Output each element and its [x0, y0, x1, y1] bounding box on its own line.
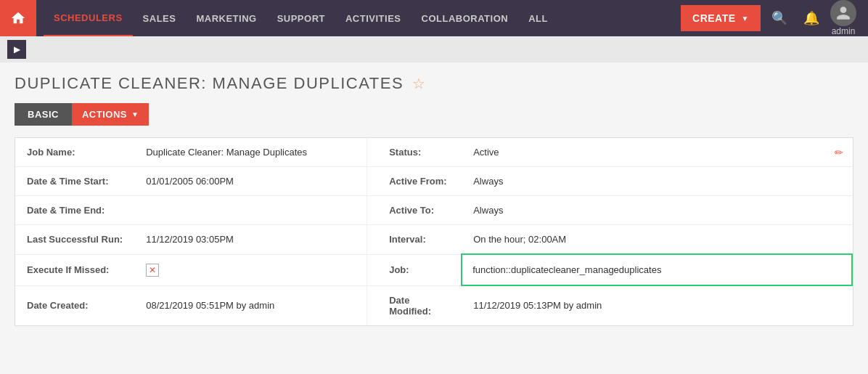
page-title: DUPLICATE CLEANER: MANAGE DUPLICATES ☆: [15, 74, 853, 93]
admin-area[interactable]: admin: [830, 0, 861, 36]
date-created-label: Date Created:: [15, 285, 134, 325]
interval-value: On the hour; 02:00AM: [462, 225, 852, 255]
subbar: ▶: [0, 36, 868, 62]
nav-support[interactable]: SUPPORT: [267, 0, 335, 36]
create-dropdown-arrow: ▼: [742, 15, 749, 23]
nav-marketing[interactable]: MARKETING: [186, 0, 266, 36]
table-row: Date & Time End: Active To: Always: [15, 196, 852, 225]
active-from-value: Always: [462, 167, 852, 196]
date-start-value: 01/01/2005 06:00PM: [134, 167, 367, 196]
table-row: Job Name: Duplicate Cleaner: Manage Dupl…: [15, 138, 852, 167]
avatar: [830, 0, 856, 26]
nav-schedulers[interactable]: SCHEDULERS: [44, 0, 133, 36]
execute-label: Execute If Missed:: [15, 254, 134, 285]
basic-tab-button[interactable]: BASIC: [15, 103, 72, 126]
active-to-label: Active To:: [367, 196, 462, 225]
date-start-label: Date & Time Start:: [15, 167, 134, 196]
table-row: Last Successful Run: 11/12/2019 03:05PM …: [15, 225, 852, 255]
favorite-star-icon[interactable]: ☆: [412, 75, 427, 92]
nav-right: CREATE ▼ 🔍 🔔 admin: [681, 0, 868, 36]
status-edit-icon[interactable]: ✏: [835, 147, 843, 158]
create-label: CREATE: [692, 12, 736, 24]
table-row: Date & Time Start: 01/01/2005 06:00PM Ac…: [15, 167, 852, 196]
job-value: function::duplicatecleaner_manageduplica…: [462, 254, 852, 285]
search-icon: 🔍: [771, 10, 787, 26]
status-label: Status:: [367, 138, 462, 167]
date-created-value: 08/21/2019 05:51PM by admin: [134, 285, 367, 325]
bell-icon: 🔔: [803, 10, 819, 26]
execute-checkbox: ✕: [146, 264, 159, 277]
page-content: DUPLICATE CLEANER: MANAGE DUPLICATES ☆ B…: [0, 62, 868, 338]
last-run-value: 11/12/2019 03:05PM: [134, 225, 367, 255]
job-name-label: Job Name:: [15, 138, 134, 167]
actions-dropdown-arrow: ▼: [131, 110, 139, 118]
execute-value: ✕: [134, 254, 367, 285]
date-modified-value: 11/12/2019 05:13PM by admin: [462, 285, 852, 325]
nav-sales[interactable]: SALES: [133, 0, 187, 36]
top-navigation: SCHEDULERS SALES MARKETING SUPPORT ACTIV…: [0, 0, 868, 36]
table-row: Date Created: 08/21/2019 05:51PM by admi…: [15, 285, 852, 325]
active-from-label: Active From:: [367, 167, 462, 196]
detail-table: Job Name: Duplicate Cleaner: Manage Dupl…: [15, 138, 853, 325]
job-label: Job:: [367, 254, 462, 285]
action-bar: BASIC ACTIONS ▼: [15, 103, 853, 126]
nav-items: SCHEDULERS SALES MARKETING SUPPORT ACTIV…: [36, 0, 681, 36]
page-title-text: DUPLICATE CLEANER: MANAGE DUPLICATES: [15, 74, 404, 93]
date-end-value: [134, 196, 367, 225]
nav-activities[interactable]: ACTIVITIES: [335, 0, 412, 36]
actions-label: ACTIONS: [82, 109, 127, 120]
play-icon: ▶: [14, 44, 20, 54]
interval-label: Interval:: [367, 225, 462, 255]
create-button[interactable]: CREATE ▼: [681, 5, 761, 31]
home-button[interactable]: [0, 0, 36, 36]
nav-all[interactable]: ALL: [518, 0, 558, 36]
last-run-label: Last Successful Run:: [15, 225, 134, 255]
status-value: Active ✏: [462, 138, 852, 167]
play-button[interactable]: ▶: [7, 40, 26, 59]
search-button[interactable]: 🔍: [766, 5, 793, 31]
job-name-value: Duplicate Cleaner: Manage Duplicates: [134, 138, 367, 167]
actions-dropdown-button[interactable]: ACTIONS ▼: [72, 103, 149, 126]
nav-collaboration[interactable]: COLLABORATION: [412, 0, 519, 36]
date-modified-label: Date Modified:: [367, 285, 462, 325]
detail-card: Job Name: Duplicate Cleaner: Manage Dupl…: [15, 137, 853, 326]
notifications-button[interactable]: 🔔: [798, 5, 824, 31]
active-to-value: Always: [462, 196, 852, 225]
admin-label: admin: [832, 26, 856, 36]
date-end-label: Date & Time End:: [15, 196, 134, 225]
table-row: Execute If Missed: ✕ Job: function::dupl…: [15, 254, 852, 285]
